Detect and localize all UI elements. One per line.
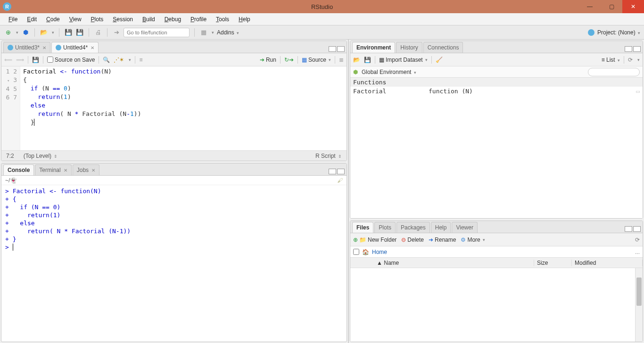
window-title: RStudio xyxy=(311,3,333,10)
run-button[interactable]: ➔ Run xyxy=(260,57,276,63)
minimize-pane-icon[interactable] xyxy=(329,46,336,52)
close-tab-icon[interactable]: ✕ xyxy=(42,45,46,50)
project-menu[interactable]: Project: (None) ▾ xyxy=(597,29,640,36)
menubar: File Edit Code View Plots Session Build … xyxy=(0,13,644,25)
menu-debug[interactable]: Debug xyxy=(160,14,186,24)
r-project-icon xyxy=(588,29,594,36)
tab-jobs[interactable]: Jobs ✕ xyxy=(73,164,99,175)
minimize-pane-icon[interactable] xyxy=(329,169,336,174)
menu-profile[interactable]: Profile xyxy=(186,14,211,24)
tab-untitled3[interactable]: Untitled3* ✕ xyxy=(3,42,50,53)
tab-files[interactable]: Files xyxy=(352,222,373,233)
new-folder-button[interactable]: ⊕📁 New Folder xyxy=(353,237,396,243)
tab-help[interactable]: Help xyxy=(431,222,451,233)
files-pane: Files Plots Packages Help Viewer ⊕📁 New … xyxy=(350,220,643,342)
goto-arrow-icon: ➔ xyxy=(112,28,121,37)
menu-session[interactable]: Session xyxy=(108,14,138,24)
source-editor[interactable]: 1 2 ▾ 3 4 5 6 7 Factorial <- function(N)… xyxy=(1,66,347,150)
load-workspace-icon[interactable]: 📂 xyxy=(353,57,360,63)
env-row[interactable]: Factorial function (N) ▭ xyxy=(350,87,643,96)
col-name[interactable]: ▲ Name xyxy=(374,260,534,266)
save-icon[interactable]: 💾 xyxy=(64,28,73,37)
tab-packages[interactable]: Packages xyxy=(396,222,430,233)
close-tab-icon[interactable]: ✕ xyxy=(91,45,94,50)
refresh-env-icon[interactable]: ⟳ xyxy=(628,57,633,63)
addins-menu[interactable]: Addins ▾ xyxy=(217,29,239,36)
breadcrumb-home[interactable]: Home xyxy=(372,249,387,255)
menu-view[interactable]: View xyxy=(65,14,86,24)
home-icon[interactable]: 🏠 xyxy=(362,249,369,255)
menu-plots[interactable]: Plots xyxy=(86,14,108,24)
save-source-icon[interactable]: 💾 xyxy=(32,57,39,63)
doc-outline-icon[interactable]: ≣ xyxy=(339,57,344,63)
tab-untitled4[interactable]: Untitled4* ✕ xyxy=(51,42,99,53)
menu-help[interactable]: Help xyxy=(234,14,255,24)
filetype-selector[interactable]: R Script ⇕ xyxy=(315,153,342,159)
tab-terminal[interactable]: Terminal ✕ xyxy=(35,164,71,175)
new-project-icon[interactable]: ⬢ xyxy=(21,28,30,37)
window-controls: — ▢ ✕ xyxy=(579,0,644,13)
env-toolbar: 📂 💾 ▦ Import Dataset ▾ 🧹 ≡ List ▾ ⟳▾ xyxy=(350,53,643,66)
source-button[interactable]: ▦ Source ▾ xyxy=(302,57,331,63)
tab-history[interactable]: History xyxy=(396,42,422,53)
more-button[interactable]: ⚙ More ▾ xyxy=(461,237,485,243)
tab-plots[interactable]: Plots xyxy=(374,222,396,233)
scrollbar[interactable] xyxy=(635,268,643,342)
console-output[interactable]: > Factorial <- function(N) + { + if (N =… xyxy=(1,185,347,342)
r-file-icon xyxy=(8,45,13,50)
tab-connections[interactable]: Connections xyxy=(423,42,463,53)
inspect-icon[interactable]: ▭ xyxy=(636,88,640,95)
maximize-pane-icon[interactable] xyxy=(337,46,345,52)
open-file-icon[interactable]: 📂 xyxy=(40,28,48,37)
outline-icon[interactable]: ≡ xyxy=(139,57,142,63)
goto-input[interactable] xyxy=(124,28,190,37)
print-icon[interactable]: 🖨 xyxy=(94,28,102,37)
tab-console[interactable]: Console xyxy=(3,164,34,175)
minimize-button[interactable]: — xyxy=(579,0,601,13)
tab-label: Untitled3* xyxy=(15,44,40,51)
rename-button[interactable]: ➜ Rename xyxy=(429,237,456,243)
minimize-pane-icon[interactable] xyxy=(625,226,632,232)
menu-tools[interactable]: Tools xyxy=(211,14,234,24)
new-file-icon[interactable]: ⊕ xyxy=(4,28,12,37)
back-icon[interactable]: ⟸ xyxy=(4,57,12,63)
clear-console-icon[interactable]: 🖌 xyxy=(337,177,343,184)
find-icon[interactable]: 🔍 xyxy=(103,57,110,63)
maximize-pane-icon[interactable] xyxy=(337,169,345,174)
rerun-button[interactable]: ↻➔ xyxy=(284,57,294,63)
maximize-pane-icon[interactable] xyxy=(633,46,641,52)
maximize-pane-icon[interactable] xyxy=(633,226,641,232)
close-button[interactable]: ✕ xyxy=(622,0,644,13)
minimize-pane-icon[interactable] xyxy=(625,46,632,52)
wand-icon[interactable]: ⋰✶ xyxy=(114,57,124,63)
list-view-button[interactable]: ≡ List ▾ xyxy=(602,57,620,63)
select-all-checkbox[interactable] xyxy=(353,249,359,255)
path-more-icon[interactable]: ... xyxy=(635,249,640,255)
scope-selector[interactable]: (Top Level) ⇕ xyxy=(24,153,58,159)
source-on-save-checkbox[interactable]: Source on Save xyxy=(47,57,95,63)
delete-button[interactable]: ⊖ Delete xyxy=(401,237,424,243)
forward-icon[interactable]: ⟹ xyxy=(16,57,24,63)
import-dataset-button[interactable]: ▦ Import Dataset ▾ xyxy=(379,57,428,63)
code-area[interactable]: Factorial <- function(N) { if (N == 0) r… xyxy=(20,66,347,150)
tab-environment[interactable]: Environment xyxy=(352,42,395,53)
tab-viewer[interactable]: Viewer xyxy=(452,222,477,233)
scope-selector[interactable]: Global Environment ▾ xyxy=(362,69,416,75)
col-modified[interactable]: Modified xyxy=(572,260,643,266)
save-all-icon[interactable]: 💾 xyxy=(75,28,84,37)
source-toolbar: ⟸ ⟹ 💾 Source on Save 🔍 ⋰✶▾ ≡ ➔ Run ↻➔ ▦ … xyxy=(1,53,347,66)
menu-build[interactable]: Build xyxy=(138,14,160,24)
menu-edit[interactable]: Edit xyxy=(22,14,41,24)
source-statusbar: 7:2 (Top Level) ⇕ R Script ⇕ xyxy=(1,150,347,161)
env-search-input[interactable] xyxy=(588,68,640,76)
maximize-button[interactable]: ▢ xyxy=(601,0,622,13)
menu-file[interactable]: File xyxy=(4,14,22,24)
refresh-files-icon[interactable]: ⟳ xyxy=(635,237,640,243)
r-file-icon xyxy=(56,45,61,50)
menu-code[interactable]: Code xyxy=(41,14,65,24)
col-size[interactable]: Size xyxy=(534,260,572,266)
clear-env-icon[interactable]: 🧹 xyxy=(436,57,443,63)
grid-icon[interactable]: ▦ xyxy=(199,28,208,37)
console-tabrow: Console Terminal ✕ Jobs ✕ xyxy=(1,163,347,176)
save-workspace-icon[interactable]: 💾 xyxy=(364,57,371,63)
